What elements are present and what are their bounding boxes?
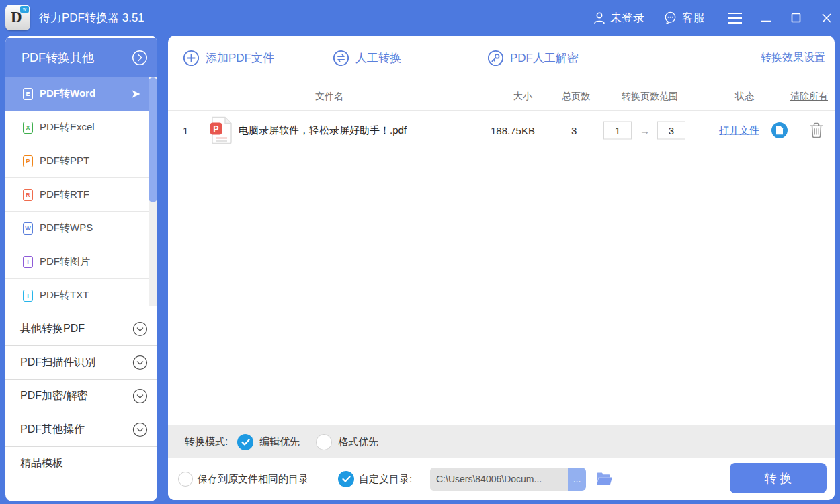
sidebar: PDF转换其他 E PDF转Word X PDF转Excel P PDF转PPT bbox=[5, 36, 157, 501]
range-from-input[interactable] bbox=[603, 121, 632, 139]
row-size: 188.75KB bbox=[491, 124, 535, 136]
titlebar-divider bbox=[716, 11, 716, 25]
sidebar-section-pdf-encrypt-decrypt[interactable]: PDF加密/解密 bbox=[5, 380, 157, 413]
range-to-input[interactable] bbox=[657, 121, 685, 139]
col-total-pages: 总页数 bbox=[562, 81, 590, 112]
title-bar: ... D w 得力PDF转换器 3.51 未登录 客服 bbox=[0, 0, 840, 36]
output-bar: 保存到原文件相同的目录 自定义目录: ... 转 换 bbox=[168, 458, 835, 500]
sidebar-section-templates[interactable]: 精品模板 bbox=[5, 447, 157, 480]
sidebar-scrollbar[interactable] bbox=[149, 77, 157, 306]
trash-icon[interactable] bbox=[809, 122, 824, 138]
sidebar-item-label: PDF转Word bbox=[40, 87, 95, 100]
sidebar-section-label: PDF加密/解密 bbox=[20, 389, 87, 403]
toolbar: 添加PDF文件 人工转换 PDF人工解密 转换效果设置 bbox=[168, 36, 835, 81]
logo-badge: w bbox=[20, 6, 29, 13]
app-window: ... D w 得力PDF转换器 3.51 未登录 客服 bbox=[0, 0, 840, 504]
same-directory-label[interactable]: 保存到原文件相同的目录 bbox=[198, 473, 308, 486]
sidebar-item-pdf-to-excel[interactable]: X PDF转Excel bbox=[5, 111, 149, 144]
sidebar-item-label: PDF转RTF bbox=[40, 188, 89, 201]
sidebar-section-label: 精品模板 bbox=[20, 456, 63, 470]
edit-priority-label[interactable]: 编辑优先 bbox=[259, 435, 300, 448]
file-circle-icon[interactable] bbox=[771, 122, 788, 138]
browse-button[interactable]: ... bbox=[568, 468, 586, 491]
pdf-decrypt-button[interactable]: PDF人工解密 bbox=[487, 36, 579, 81]
rtf-doc-icon: R bbox=[23, 189, 33, 201]
radio-edit-priority[interactable] bbox=[237, 434, 253, 450]
sidebar-section-label: 其他转换PDF bbox=[20, 322, 85, 336]
output-path-input[interactable] bbox=[430, 468, 568, 491]
clear-all-link[interactable]: 清除所有 bbox=[790, 81, 828, 112]
doc-icon-letter: T bbox=[26, 292, 30, 299]
doc-icon-letter: R bbox=[26, 192, 30, 198]
sidebar-section-pdf-other-ops[interactable]: PDF其他操作 bbox=[5, 413, 157, 447]
add-pdf-button[interactable]: 添加PDF文件 bbox=[183, 36, 274, 81]
col-filename: 文件名 bbox=[315, 81, 343, 112]
close-button[interactable] bbox=[821, 13, 832, 24]
table-header: 文件名 大小 总页数 转换页数范围 状态 清除所有 bbox=[168, 81, 835, 111]
row-filename: 电脑录屏软件，轻松录屏好助手！.pdf bbox=[239, 124, 407, 136]
sidebar-section-other-to-pdf[interactable]: 其他转换PDF bbox=[5, 312, 157, 346]
person-icon bbox=[593, 11, 605, 25]
doc-icon-letter: P bbox=[26, 158, 30, 165]
chevron-right-circle-icon bbox=[132, 50, 148, 66]
conversion-settings-link[interactable]: 转换效果设置 bbox=[761, 36, 825, 81]
excel-doc-icon: X bbox=[23, 122, 33, 134]
chevron-down-circle-icon bbox=[132, 321, 148, 337]
selected-arrow-icon bbox=[131, 89, 141, 101]
doc-icon-letter: X bbox=[26, 124, 30, 131]
wps-doc-icon: W bbox=[23, 222, 33, 235]
sidebar-item-pdf-to-word[interactable]: E PDF转Word bbox=[5, 77, 149, 111]
login-label: 未登录 bbox=[610, 10, 644, 26]
col-page-range: 转换页数范围 bbox=[622, 81, 678, 112]
hamburger-menu-button[interactable] bbox=[727, 12, 743, 24]
sidebar-menu: E PDF转Word X PDF转Excel P PDF转PPT R PDF转R… bbox=[5, 77, 149, 312]
login-button[interactable]: 未登录 bbox=[593, 10, 644, 26]
swap-arrows-circle-icon bbox=[333, 50, 349, 67]
convert-button[interactable]: 转 换 bbox=[730, 463, 827, 493]
chevron-down-circle-icon bbox=[132, 388, 148, 404]
row-index: 1 bbox=[183, 124, 188, 136]
sidebar-item-pdf-to-ppt[interactable]: P PDF转PPT bbox=[5, 144, 149, 178]
pdf-file-icon: P bbox=[210, 116, 233, 144]
sidebar-item-pdf-to-image[interactable]: I PDF转图片 bbox=[5, 245, 149, 279]
sidebar-section-label: PDF其他操作 bbox=[20, 423, 85, 437]
doc-icon-letter: W bbox=[25, 225, 31, 232]
txt-doc-icon: T bbox=[23, 290, 33, 302]
radio-same-directory[interactable] bbox=[178, 472, 193, 487]
chat-bubble-icon bbox=[663, 11, 677, 25]
key-circle-icon bbox=[487, 50, 504, 67]
manual-convert-button[interactable]: 人工转换 bbox=[333, 36, 401, 81]
folder-icon[interactable] bbox=[595, 472, 614, 487]
add-pdf-label: 添加PDF文件 bbox=[206, 50, 274, 66]
doc-icon-letter: E bbox=[26, 91, 30, 97]
range-arrow-icon: → bbox=[640, 124, 650, 136]
sidebar-section-pdf-ocr[interactable]: PDF扫描件识别 bbox=[5, 346, 157, 380]
sidebar-item-label: PDF转图片 bbox=[40, 255, 90, 268]
support-label: 客服 bbox=[682, 10, 705, 26]
manual-convert-label: 人工转换 bbox=[355, 50, 401, 66]
radio-custom-directory[interactable] bbox=[338, 471, 354, 487]
maximize-button[interactable] bbox=[791, 13, 801, 23]
radio-format-priority[interactable] bbox=[316, 434, 332, 450]
custom-directory-label[interactable]: 自定义目录: bbox=[359, 473, 412, 486]
sidebar-item-label: PDF转Excel bbox=[40, 121, 95, 134]
col-size: 大小 bbox=[513, 81, 532, 112]
format-priority-label[interactable]: 格式优先 bbox=[338, 435, 378, 448]
open-file-link[interactable]: 打开文件 bbox=[719, 124, 759, 136]
sidebar-item-label: PDF转PPT bbox=[40, 155, 89, 167]
sidebar-item-pdf-to-txt[interactable]: T PDF转TXT bbox=[5, 279, 149, 312]
sidebar-section-label: PDF扫描件识别 bbox=[20, 355, 95, 370]
pdf-decrypt-label: PDF人工解密 bbox=[510, 50, 579, 66]
support-button[interactable]: 客服 bbox=[663, 10, 705, 26]
chevron-down-circle-icon bbox=[132, 422, 148, 437]
sidebar-item-pdf-to-wps[interactable]: W PDF转WPS bbox=[5, 212, 149, 245]
sidebar-item-pdf-to-rtf[interactable]: R PDF转RTF bbox=[5, 178, 149, 212]
minimize-button[interactable] bbox=[761, 13, 771, 24]
conversion-mode-bar: 转换模式: 编辑优先 格式优先 bbox=[168, 425, 835, 458]
sidebar-item-label: PDF转TXT bbox=[40, 289, 89, 302]
sidebar-header-pdf-convert-other[interactable]: PDF转换其他 bbox=[5, 38, 157, 77]
col-status: 状态 bbox=[735, 81, 754, 112]
sidebar-scrollbar-thumb[interactable] bbox=[149, 77, 157, 202]
svg-text:P: P bbox=[213, 124, 218, 134]
chevron-down-circle-icon bbox=[132, 355, 148, 370]
